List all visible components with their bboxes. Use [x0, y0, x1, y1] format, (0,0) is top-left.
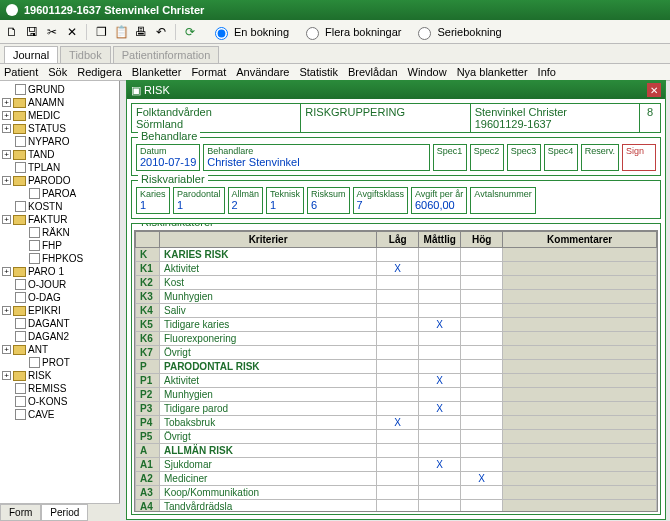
menu-brevlådan[interactable]: Brevlådan: [348, 66, 398, 78]
table-row[interactable]: A2MedicinerX: [136, 472, 657, 486]
cut-icon[interactable]: ✂: [44, 24, 60, 40]
close-icon[interactable]: ✕: [64, 24, 80, 40]
new-icon[interactable]: 🗋: [4, 24, 20, 40]
print-icon[interactable]: 🖶: [133, 24, 149, 40]
tree-item-parodo[interactable]: +PARODO: [2, 174, 117, 187]
tree-item-anamn[interactable]: +ANAMN: [2, 96, 117, 109]
expand-icon[interactable]: +: [2, 98, 11, 107]
tree-item-risk[interactable]: +RISK: [2, 369, 117, 382]
table-row[interactable]: K7Övrigt: [136, 346, 657, 360]
field-spec3[interactable]: Spec3: [507, 144, 541, 171]
radio-flera-bokningar[interactable]: Flera bokningar: [301, 24, 401, 40]
table-row[interactable]: K5Tidigare kariesX: [136, 318, 657, 332]
field-allm-n[interactable]: Allmän2: [228, 187, 264, 214]
field-teknisk[interactable]: Teknisk1: [266, 187, 304, 214]
paste-icon[interactable]: 📋: [113, 24, 129, 40]
tree-item-ant[interactable]: +ANT: [2, 343, 117, 356]
field-spec4[interactable]: Spec4: [544, 144, 578, 171]
refresh-icon[interactable]: ⟳: [182, 24, 198, 40]
table-row[interactable]: K2Kost: [136, 276, 657, 290]
bottom-tab-period[interactable]: Period: [41, 504, 88, 521]
copy-icon[interactable]: ❐: [93, 24, 109, 40]
tree-item-fhpkos[interactable]: FHPKOS: [2, 252, 117, 265]
field-behandlare[interactable]: BehandlareChrister Stenvinkel: [203, 144, 429, 171]
tree-item-grund[interactable]: GRUND: [2, 83, 117, 96]
tree-item-räkn[interactable]: RÄKN: [2, 226, 117, 239]
tree-item-o-kons[interactable]: O-KONS: [2, 395, 117, 408]
tree-item-status[interactable]: +STATUS: [2, 122, 117, 135]
expand-icon[interactable]: +: [2, 215, 11, 224]
menu-info[interactable]: Info: [538, 66, 556, 78]
tree-item-prot[interactable]: PROT: [2, 356, 117, 369]
tab-patientinfo[interactable]: Patientinformation: [113, 46, 220, 63]
tree-item-paroa[interactable]: PAROA: [2, 187, 117, 200]
nav-tree[interactable]: GRUND+ANAMN+MEDIC+STATUSNYPARO+TANDTPLAN…: [0, 81, 120, 520]
field-spec1[interactable]: Spec1: [433, 144, 467, 171]
tree-item-o-jour[interactable]: O-JOUR: [2, 278, 117, 291]
table-row[interactable]: P3Tidigare parodX: [136, 402, 657, 416]
table-row[interactable]: P1AktivitetX: [136, 374, 657, 388]
tree-item-dagan2[interactable]: DAGAN2: [2, 330, 117, 343]
field-parodontal[interactable]: Parodontal1: [173, 187, 225, 214]
table-row[interactable]: P4TobaksbrukX: [136, 416, 657, 430]
tree-item-tplan[interactable]: TPLAN: [2, 161, 117, 174]
field-datum[interactable]: Datum2010-07-19: [136, 144, 200, 171]
radio-en-bokning[interactable]: En bokning: [210, 24, 289, 40]
expand-icon[interactable]: +: [2, 111, 11, 120]
field-reserv-[interactable]: Reserv.: [581, 144, 619, 171]
menu-format[interactable]: Format: [191, 66, 226, 78]
expand-icon[interactable]: +: [2, 124, 11, 133]
tree-item-faktur[interactable]: +FAKTUR: [2, 213, 117, 226]
expand-icon[interactable]: +: [2, 345, 11, 354]
menu-användare[interactable]: Användare: [236, 66, 289, 78]
field-avgiftsklass[interactable]: Avgiftsklass7: [353, 187, 408, 214]
table-row[interactable]: A4Tandvårdrädsla: [136, 500, 657, 513]
tree-item-paro 1[interactable]: +PARO 1: [2, 265, 117, 278]
field-avtalsnummer[interactable]: Avtalsnummer: [470, 187, 535, 214]
table-row[interactable]: K1AktivitetX: [136, 262, 657, 276]
menu-window[interactable]: Window: [408, 66, 447, 78]
table-row[interactable]: A1SjukdomarX: [136, 458, 657, 472]
risk-titlebar[interactable]: ▣ RISK ✕: [127, 81, 665, 99]
tree-item-remiss[interactable]: REMISS: [2, 382, 117, 395]
tab-journal[interactable]: Journal: [4, 46, 58, 63]
tree-item-nyparo[interactable]: NYPARO: [2, 135, 117, 148]
menu-patient[interactable]: Patient: [4, 66, 38, 78]
expand-icon[interactable]: +: [2, 150, 11, 159]
tree-item-medic[interactable]: +MEDIC: [2, 109, 117, 122]
tree-item-epikri[interactable]: +EPIKRI: [2, 304, 117, 317]
field-avgift-per-r[interactable]: Avgift per år6060,00: [411, 187, 467, 214]
radio-seriebokning[interactable]: Seriebokning: [413, 24, 501, 40]
menu-sök[interactable]: Sök: [48, 66, 67, 78]
menu-nya blanketter[interactable]: Nya blanketter: [457, 66, 528, 78]
table-row[interactable]: K6Fluorexponering: [136, 332, 657, 346]
table-row[interactable]: K3Munhygien: [136, 290, 657, 304]
table-row[interactable]: A3Koop/Kommunikation: [136, 486, 657, 500]
tree-item-fhp[interactable]: FHP: [2, 239, 117, 252]
table-row[interactable]: KKARIES RISK: [136, 248, 657, 262]
save-icon[interactable]: 🖫: [24, 24, 40, 40]
menu-redigera[interactable]: Redigera: [77, 66, 122, 78]
table-row[interactable]: K4Saliv: [136, 304, 657, 318]
undo-icon[interactable]: ↶: [153, 24, 169, 40]
field-spec2[interactable]: Spec2: [470, 144, 504, 171]
menu-blanketter[interactable]: Blanketter: [132, 66, 182, 78]
tree-item-cave[interactable]: CAVE: [2, 408, 117, 421]
expand-icon[interactable]: +: [2, 176, 11, 185]
tab-tidbok[interactable]: Tidbok: [60, 46, 111, 63]
expand-icon[interactable]: +: [2, 306, 11, 315]
table-row[interactable]: P2Munhygien: [136, 388, 657, 402]
expand-icon[interactable]: +: [2, 371, 11, 380]
field-karies[interactable]: Karies1: [136, 187, 170, 214]
table-row[interactable]: AALLMÄN RISK: [136, 444, 657, 458]
menu-statistik[interactable]: Statistik: [299, 66, 338, 78]
tree-item-o-dag[interactable]: O-DAG: [2, 291, 117, 304]
close-icon[interactable]: ✕: [647, 83, 661, 97]
expand-icon[interactable]: +: [2, 267, 11, 276]
table-row[interactable]: P5Övrigt: [136, 430, 657, 444]
tree-item-kostn[interactable]: KOSTN: [2, 200, 117, 213]
table-row[interactable]: PPARODONTAL RISK: [136, 360, 657, 374]
field-risksum[interactable]: Risksum6: [307, 187, 350, 214]
bottom-tab-form[interactable]: Form: [0, 504, 41, 521]
tree-item-dagant[interactable]: DAGANT: [2, 317, 117, 330]
